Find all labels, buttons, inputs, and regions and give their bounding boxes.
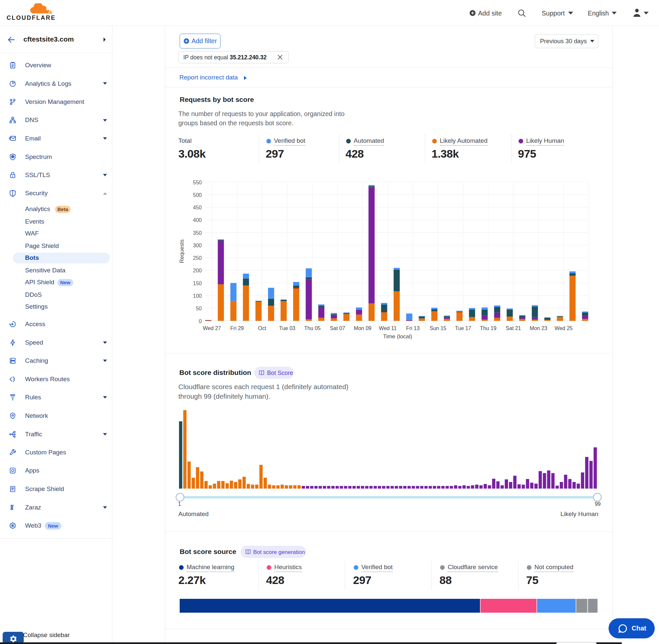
svg-text:Fri 13: Fri 13 — [406, 325, 420, 331]
svg-text:500: 500 — [193, 192, 202, 198]
svg-text:0: 0 — [199, 319, 202, 324]
svg-text:Fri 29: Fri 29 — [231, 325, 244, 331]
svg-text:50: 50 — [196, 306, 202, 311]
svg-text:Sat 07: Sat 07 — [330, 325, 345, 331]
svg-text:Wed 27: Wed 27 — [203, 325, 221, 331]
svg-text:Wed 11: Wed 11 — [379, 325, 397, 331]
svg-text:Thu 19: Thu 19 — [480, 325, 496, 331]
svg-text:Time (local): Time (local) — [383, 334, 412, 340]
svg-text:550: 550 — [193, 180, 202, 185]
svg-text:300: 300 — [193, 243, 202, 248]
svg-text:Requests: Requests — [179, 239, 185, 263]
svg-text:Mon 23: Mon 23 — [530, 325, 547, 331]
svg-text:150: 150 — [193, 281, 202, 286]
svg-text:Sun 15: Sun 15 — [429, 325, 446, 331]
svg-text:Tue 17: Tue 17 — [455, 325, 471, 331]
svg-text:400: 400 — [193, 217, 202, 223]
svg-text:200: 200 — [193, 268, 202, 273]
svg-text:350: 350 — [193, 230, 202, 236]
svg-text:450: 450 — [193, 205, 202, 210]
svg-text:Tue 03: Tue 03 — [279, 325, 296, 331]
svg-text:Oct: Oct — [258, 325, 266, 331]
svg-text:250: 250 — [193, 255, 202, 261]
svg-text:Mon 09: Mon 09 — [354, 325, 371, 331]
svg-text:Thu 05: Thu 05 — [304, 325, 321, 331]
svg-text:Sat 21: Sat 21 — [506, 325, 521, 331]
svg-text:100: 100 — [193, 293, 202, 299]
svg-text:Wed 25: Wed 25 — [555, 325, 573, 331]
